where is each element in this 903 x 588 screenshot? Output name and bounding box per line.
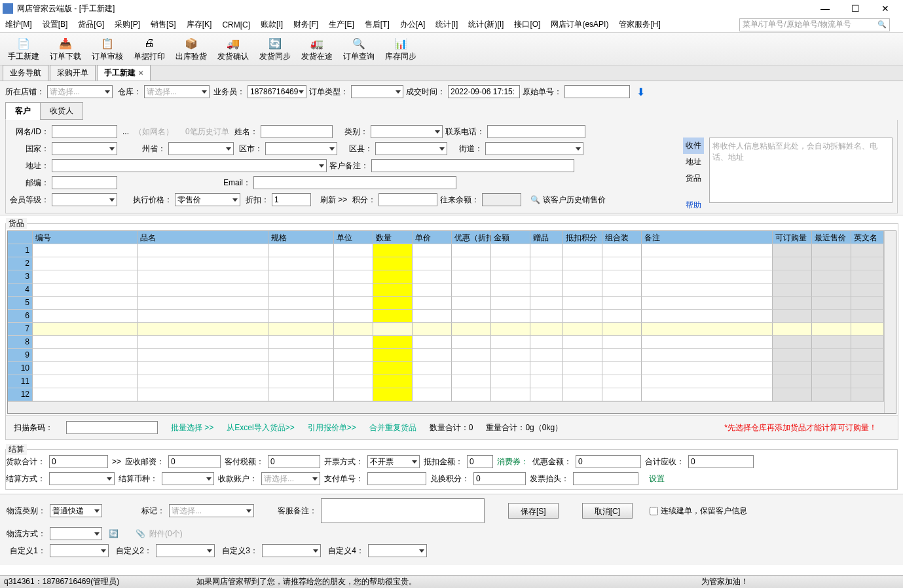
toolbar-button[interactable]: 🖨单据打印: [130, 34, 169, 64]
minimize-button[interactable]: —: [810, 0, 840, 17]
cell[interactable]: [268, 284, 334, 297]
cell[interactable]: [334, 297, 373, 310]
table-row[interactable]: 2: [8, 257, 884, 270]
table-row[interactable]: 6: [8, 310, 884, 323]
cell[interactable]: [812, 310, 851, 323]
cell[interactable]: [851, 257, 884, 270]
cell[interactable]: [413, 270, 452, 284]
cell[interactable]: [602, 297, 642, 310]
cell[interactable]: [530, 375, 563, 388]
col-header[interactable]: 编号: [33, 231, 138, 244]
cell[interactable]: [773, 336, 812, 349]
paidtax-input[interactable]: [268, 455, 320, 468]
toolbar-button[interactable]: 🚛发货在途: [297, 34, 337, 64]
cell[interactable]: [138, 349, 268, 362]
cell[interactable]: [138, 362, 268, 375]
doc-tab[interactable]: 业务导航: [3, 65, 48, 81]
menu-item[interactable]: 网店订单(esAPI): [545, 19, 614, 30]
cell[interactable]: [452, 284, 491, 297]
cell[interactable]: [491, 270, 530, 284]
cell[interactable]: [530, 323, 563, 336]
cell[interactable]: [491, 349, 530, 362]
refresh-link[interactable]: 刷新 >>: [320, 194, 347, 206]
currency-select[interactable]: [162, 472, 214, 485]
cell[interactable]: [452, 310, 491, 323]
cell[interactable]: [812, 244, 851, 257]
cell[interactable]: [602, 310, 642, 323]
invhead-input[interactable]: [573, 472, 638, 485]
col-header[interactable]: 单位: [334, 231, 373, 244]
name-input[interactable]: [261, 125, 333, 138]
table-row[interactable]: 8: [8, 336, 884, 349]
cell[interactable]: [138, 257, 268, 270]
menu-item[interactable]: 采购[P]: [109, 19, 145, 30]
cell[interactable]: [334, 323, 373, 336]
cell[interactable]: [773, 323, 812, 336]
table-row[interactable]: 10: [8, 362, 884, 375]
cell[interactable]: [812, 362, 851, 375]
col-header[interactable]: 可订购量: [773, 231, 812, 244]
table-row[interactable]: 4: [8, 284, 884, 297]
menu-item[interactable]: 接口[O]: [509, 19, 545, 30]
cell[interactable]: [413, 310, 452, 323]
origno-input[interactable]: [564, 85, 630, 98]
cell[interactable]: [530, 284, 563, 297]
payno-input[interactable]: [367, 472, 426, 485]
cell[interactable]: [373, 349, 413, 362]
col-header[interactable]: 英文名: [851, 231, 884, 244]
cell[interactable]: [268, 336, 334, 349]
col-header[interactable]: 规格: [268, 231, 334, 244]
cell[interactable]: [373, 336, 413, 349]
cell[interactable]: [851, 336, 884, 349]
cell[interactable]: [773, 375, 812, 388]
phone-input[interactable]: [487, 125, 585, 138]
table-row[interactable]: 5: [8, 297, 884, 310]
cell[interactable]: [413, 375, 452, 388]
c2-select[interactable]: [156, 544, 215, 557]
col-header[interactable]: 优惠（折扣: [452, 231, 491, 244]
netid-input[interactable]: [52, 125, 117, 138]
cell[interactable]: [334, 362, 373, 375]
cell[interactable]: [530, 297, 563, 310]
cell[interactable]: [334, 244, 373, 257]
cell[interactable]: [491, 284, 530, 297]
cell[interactable]: [491, 297, 530, 310]
menu-item[interactable]: 统计[I]: [430, 19, 463, 30]
toolbar-button[interactable]: 📥订单下载: [46, 34, 85, 64]
table-row[interactable]: 7: [8, 323, 884, 336]
cell[interactable]: [530, 270, 563, 284]
deduct-input[interactable]: [467, 455, 493, 468]
netid-lookup-button[interactable]: ...: [120, 127, 132, 136]
cell[interactable]: [602, 362, 642, 375]
cell[interactable]: [138, 336, 268, 349]
menu-item[interactable]: CRM[C]: [217, 20, 255, 29]
cell[interactable]: [268, 297, 334, 310]
logimode-select[interactable]: [50, 527, 102, 540]
cell[interactable]: [138, 375, 268, 388]
menu-item[interactable]: 管家服务[H]: [614, 19, 665, 30]
batch-select-link[interactable]: 批量选择 >>: [171, 422, 213, 433]
cell[interactable]: [33, 284, 138, 297]
toolbar-button[interactable]: 🚚发货确认: [213, 34, 253, 64]
col-header[interactable]: 备注: [642, 231, 773, 244]
menu-item[interactable]: 统计(新)[I]: [463, 19, 509, 30]
cell[interactable]: [268, 257, 334, 270]
arrow-link[interactable]: >>: [112, 457, 121, 466]
cell[interactable]: [334, 349, 373, 362]
cell[interactable]: [563, 257, 602, 270]
menu-item[interactable]: 销售[S]: [145, 19, 181, 30]
cell[interactable]: [334, 336, 373, 349]
acct-select[interactable]: 请选择...: [261, 472, 320, 485]
cell[interactable]: [334, 284, 373, 297]
cell[interactable]: [413, 284, 452, 297]
cell[interactable]: [138, 270, 268, 284]
maximize-button[interactable]: ☐: [840, 0, 870, 17]
keep-checkbox-input[interactable]: [650, 507, 658, 515]
category-select[interactable]: [371, 125, 443, 138]
cell[interactable]: [138, 244, 268, 257]
cell[interactable]: [602, 349, 642, 362]
cell[interactable]: [642, 362, 773, 375]
cell[interactable]: [642, 349, 773, 362]
cell[interactable]: [563, 336, 602, 349]
ordertype-select[interactable]: [351, 85, 403, 98]
